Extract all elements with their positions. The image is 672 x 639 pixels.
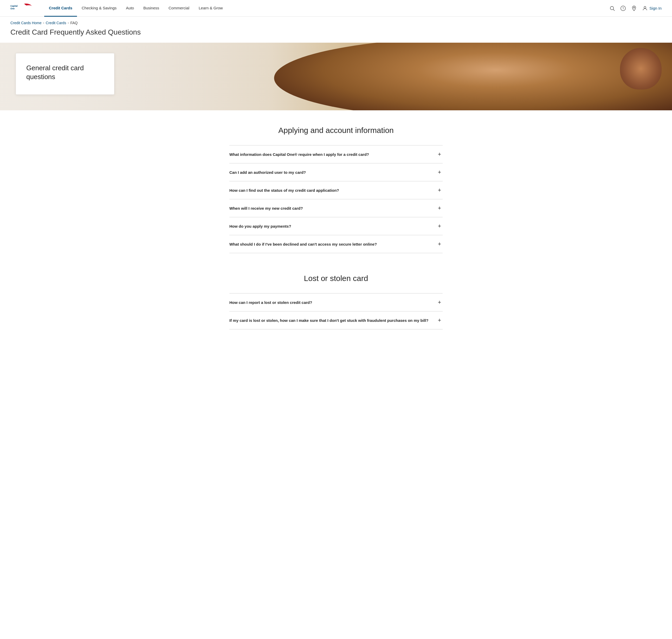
locations-action[interactable]: [631, 5, 637, 11]
navbar-actions: ? Sign In: [609, 5, 661, 11]
section-applying: Applying and account informationWhat inf…: [219, 110, 453, 258]
svg-point-7: [644, 6, 646, 8]
faq-item[interactable]: What information does Capital One® requi…: [229, 145, 443, 163]
help-icon: ?: [620, 5, 626, 11]
faq-item-header: How can I report a lost or stolen credit…: [229, 294, 443, 311]
svg-text:One: One: [11, 7, 15, 10]
faq-question: If my card is lost or stolen, how can I …: [229, 318, 431, 323]
svg-line-3: [613, 9, 614, 11]
svg-text:Capital: Capital: [11, 5, 18, 7]
hero-card-title: General credit card questions: [26, 64, 101, 81]
faq-item[interactable]: How can I report a lost or stolen credit…: [229, 294, 443, 311]
breadcrumb-sep-2: ›: [68, 21, 69, 25]
section-lost-stolen: Lost or stolen cardHow can I report a lo…: [219, 258, 453, 334]
breadcrumb-section[interactable]: Credit Cards: [46, 21, 66, 25]
signin-action[interactable]: Sign In: [642, 5, 661, 11]
faq-item-header: What should I do if I've been declined a…: [229, 235, 443, 253]
location-icon: [631, 5, 637, 11]
signin-label: Sign In: [650, 6, 661, 11]
svg-point-6: [634, 7, 635, 8]
faq-item[interactable]: Can I add an authorized user to my card?…: [229, 163, 443, 181]
faq-container: Applying and account informationWhat inf…: [0, 110, 672, 334]
faq-item-header: When will I receive my new credit card?+: [229, 199, 443, 217]
faq-question: When will I receive my new credit card?: [229, 205, 431, 211]
faq-toggle-icon: +: [436, 299, 443, 306]
faq-toggle-icon: +: [436, 205, 443, 211]
svg-text:?: ?: [622, 6, 624, 10]
nav-item-learn-grow[interactable]: Learn & Grow: [194, 0, 227, 17]
faq-list-applying: What information does Capital One® requi…: [229, 145, 443, 253]
faq-question: How do you apply my payments?: [229, 223, 431, 229]
faq-item-header: Can I add an authorized user to my card?…: [229, 163, 443, 181]
search-icon: [609, 5, 615, 11]
faq-item[interactable]: When will I receive my new credit card?+: [229, 199, 443, 217]
faq-item[interactable]: What should I do if I've been declined a…: [229, 235, 443, 253]
faq-item[interactable]: How do you apply my payments?+: [229, 217, 443, 235]
page-title: Credit Card Frequently Asked Questions: [0, 27, 672, 43]
faq-toggle-icon: +: [436, 151, 443, 157]
breadcrumb: Credit Cards Home › Credit Cards › FAQ: [0, 17, 672, 27]
logo-svg: Capital One: [11, 3, 34, 13]
hero-banner: General credit card questions: [0, 43, 672, 110]
faq-toggle-icon: +: [436, 187, 443, 193]
help-action[interactable]: ?: [620, 5, 626, 11]
nav-item-business[interactable]: Business: [139, 0, 164, 17]
faq-question: What information does Capital One® requi…: [229, 152, 431, 157]
hero-person-area: [269, 43, 672, 110]
faq-item-header: What information does Capital One® requi…: [229, 145, 443, 163]
svg-point-2: [610, 6, 614, 10]
faq-question: Can I add an authorized user to my card?: [229, 170, 431, 175]
faq-toggle-icon: +: [436, 241, 443, 247]
breadcrumb-home[interactable]: Credit Cards Home: [11, 21, 42, 25]
faq-toggle-icon: +: [436, 317, 443, 323]
main-nav: Credit CardsChecking & SavingsAutoBusine…: [44, 0, 609, 17]
faq-item-header: How can I find out the status of my cred…: [229, 181, 443, 199]
nav-item-commercial[interactable]: Commercial: [164, 0, 194, 17]
faq-question: How can I report a lost or stolen credit…: [229, 300, 431, 305]
faq-item[interactable]: If my card is lost or stolen, how can I …: [229, 311, 443, 329]
faq-toggle-icon: +: [436, 223, 443, 229]
faq-item[interactable]: How can I find out the status of my cred…: [229, 181, 443, 199]
navbar: Capital One Credit CardsChecking & Savin…: [0, 0, 672, 17]
nav-item-auto[interactable]: Auto: [121, 0, 139, 17]
hero-card: General credit card questions: [16, 53, 114, 95]
section-title-applying: Applying and account information: [229, 126, 443, 135]
faq-toggle-icon: +: [436, 169, 443, 175]
search-action[interactable]: [609, 5, 615, 11]
user-icon: [642, 5, 648, 11]
logo[interactable]: Capital One: [11, 3, 34, 14]
nav-item-checking-savings[interactable]: Checking & Savings: [77, 0, 121, 17]
section-title-lost-stolen: Lost or stolen card: [229, 274, 443, 283]
nav-item-credit-cards[interactable]: Credit Cards: [44, 0, 77, 17]
faq-list-lost-stolen: How can I report a lost or stolen credit…: [229, 293, 443, 329]
breadcrumb-sep-1: ›: [43, 21, 44, 25]
faq-item-header: How do you apply my payments?+: [229, 217, 443, 235]
faq-question: How can I find out the status of my cred…: [229, 188, 431, 193]
faq-question: What should I do if I've been declined a…: [229, 241, 431, 247]
faq-item-header: If my card is lost or stolen, how can I …: [229, 311, 443, 329]
breadcrumb-current: FAQ: [70, 21, 78, 25]
